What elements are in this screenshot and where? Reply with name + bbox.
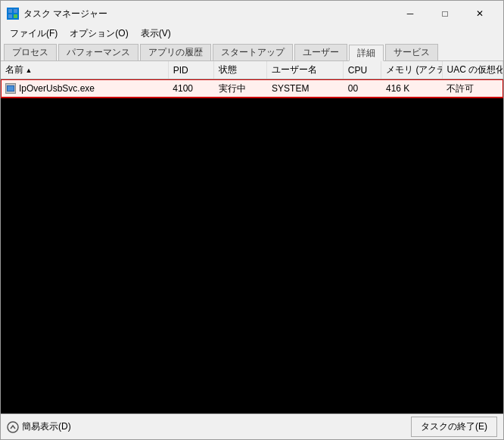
tab-users[interactable]: ユーザー bbox=[294, 44, 347, 60]
svg-rect-2 bbox=[8, 14, 12, 18]
cell-cpu: 00 bbox=[344, 79, 381, 98]
col-header-user[interactable]: ユーザー名 bbox=[267, 61, 344, 79]
tab-process[interactable]: プロセス bbox=[4, 44, 57, 60]
content-area: 名前 PID 状態 ユーザー名 CPU メモリ (アクテ... UAC の仮想化 bbox=[1, 61, 503, 414]
bottom-bar: 簡易表示(D) タスクの終了(E) bbox=[1, 414, 503, 439]
col-header-cpu[interactable]: CPU bbox=[343, 61, 381, 79]
table-row[interactable]: IpOverUsbSvc.exe 4100 実行中 SYSTEM 00 416 … bbox=[1, 79, 503, 98]
svg-rect-1 bbox=[14, 9, 17, 13]
tab-services[interactable]: サービス bbox=[385, 44, 438, 60]
app-icon bbox=[7, 8, 19, 20]
col-header-status[interactable]: 状態 bbox=[213, 61, 266, 79]
cell-memory: 416 K bbox=[381, 79, 442, 98]
process-icon bbox=[5, 83, 16, 94]
cell-user: SYSTEM bbox=[267, 79, 344, 98]
title-bar: タスク マネージャー ─ □ ✕ bbox=[1, 1, 503, 25]
cell-uac: 不許可 bbox=[442, 79, 503, 98]
chevron-up-icon bbox=[7, 421, 19, 433]
tab-bar: プロセス パフォーマンス アプリの履歴 スタートアップ ユーザー 詳細 サービス bbox=[1, 42, 503, 61]
col-header-memory[interactable]: メモリ (アクテ... bbox=[381, 61, 442, 79]
cell-name: IpOverUsbSvc.exe bbox=[1, 79, 168, 98]
menu-file[interactable]: ファイル(F) bbox=[4, 26, 64, 42]
end-task-button[interactable]: タスクの終了(E) bbox=[411, 417, 497, 437]
tab-app-history[interactable]: アプリの履歴 bbox=[140, 44, 211, 60]
simple-view-label: 簡易表示(D) bbox=[22, 420, 71, 433]
cell-status: 実行中 bbox=[214, 79, 267, 98]
svg-point-4 bbox=[8, 422, 18, 432]
menu-view[interactable]: 表示(V) bbox=[135, 26, 177, 42]
svg-rect-3 bbox=[14, 14, 17, 18]
main-window: タスク マネージャー ─ □ ✕ ファイル(F) オプション(O) 表示(V) … bbox=[0, 0, 504, 440]
maximize-button[interactable]: □ bbox=[428, 5, 462, 23]
window-controls: ─ □ ✕ bbox=[393, 5, 497, 23]
close-button[interactable]: ✕ bbox=[462, 5, 497, 23]
tab-startup[interactable]: スタートアップ bbox=[213, 44, 293, 60]
tab-performance[interactable]: パフォーマンス bbox=[58, 44, 138, 60]
simple-view-button[interactable]: 簡易表示(D) bbox=[7, 420, 71, 433]
col-header-name[interactable]: 名前 bbox=[1, 61, 168, 79]
table-header: 名前 PID 状態 ユーザー名 CPU メモリ (アクテ... UAC の仮想化 bbox=[1, 61, 503, 79]
window-title: タスク マネージャー bbox=[23, 8, 107, 20]
cell-pid: 4100 bbox=[168, 79, 213, 98]
menu-options[interactable]: オプション(O) bbox=[64, 26, 134, 42]
empty-area bbox=[1, 98, 503, 400]
table-scroll-area[interactable]: IpOverUsbSvc.exe 4100 実行中 SYSTEM 00 416 … bbox=[1, 79, 503, 414]
menu-bar: ファイル(F) オプション(O) 表示(V) bbox=[1, 25, 503, 42]
title-bar-left: タスク マネージャー bbox=[7, 8, 107, 20]
table-body-wrapper: IpOverUsbSvc.exe 4100 実行中 SYSTEM 00 416 … bbox=[1, 79, 503, 414]
col-header-uac[interactable]: UAC の仮想化 bbox=[442, 61, 502, 79]
minimize-button[interactable]: ─ bbox=[393, 5, 428, 23]
col-header-pid[interactable]: PID bbox=[168, 61, 213, 79]
svg-rect-0 bbox=[8, 9, 12, 13]
tab-details[interactable]: 詳細 bbox=[349, 45, 384, 61]
